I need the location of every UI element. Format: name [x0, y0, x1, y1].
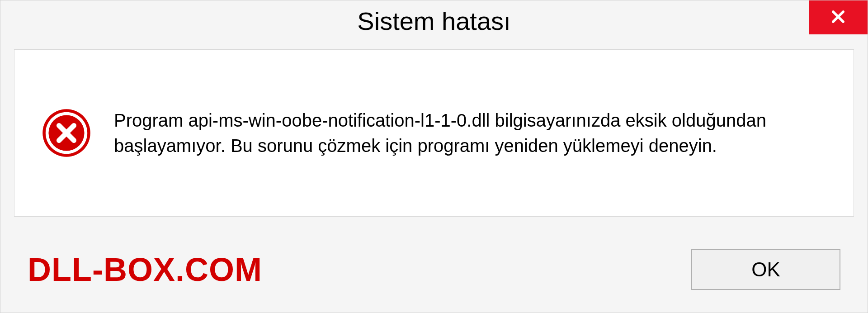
dialog-title: Sistem hatası: [357, 6, 510, 36]
ok-button[interactable]: OK: [691, 249, 840, 290]
error-dialog: Sistem hatası Program api-ms-win-oobe-no…: [0, 0, 868, 313]
error-icon: [42, 108, 91, 158]
brand-watermark: DLL-BOX.COM: [28, 251, 262, 288]
error-message: Program api-ms-win-oobe-notification-l1-…: [114, 108, 826, 158]
bottom-bar: DLL-BOX.COM OK: [0, 227, 868, 313]
title-bar: Sistem hatası: [0, 0, 868, 41]
close-icon: [830, 8, 847, 27]
content-area: Program api-ms-win-oobe-notification-l1-…: [14, 49, 854, 217]
close-button[interactable]: [809, 0, 868, 34]
